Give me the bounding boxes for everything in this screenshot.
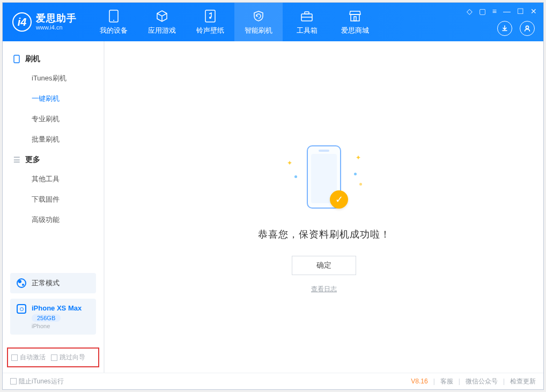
- statusbar: 阻止iTunes运行 V8.16 | 客服 | 微信公众号 | 检查更新: [3, 373, 543, 389]
- device-icon: [107, 9, 121, 23]
- device-info-row[interactable]: iPhone XS Max 256GB iPhone: [10, 299, 96, 335]
- nav-flash[interactable]: 智能刷机: [234, 3, 283, 41]
- svg-rect-2: [205, 10, 215, 22]
- svg-rect-10: [14, 55, 19, 63]
- nav-store[interactable]: 爱思商城: [331, 3, 379, 41]
- view-log-link[interactable]: 查看日志: [311, 285, 337, 294]
- sidebar-other-tools[interactable]: 其他工具: [12, 169, 99, 189]
- check-badge-icon: ✓: [330, 190, 348, 209]
- device-panel: 正常模式 iPhone XS Max 256GB iPhone: [10, 273, 96, 340]
- titlebar-actions: [497, 21, 535, 36]
- download-button[interactable]: [497, 21, 512, 36]
- sparkle-icon: ✦: [356, 154, 361, 161]
- app-name: 爱思助手: [36, 13, 77, 24]
- checkbox-icon: [11, 354, 18, 361]
- svg-rect-8: [354, 17, 356, 21]
- close-button[interactable]: ✕: [530, 7, 537, 16]
- svg-point-1: [113, 20, 114, 21]
- sidebar-group-flash: 刷机: [12, 54, 99, 64]
- shop-icon: [348, 9, 362, 23]
- dot-icon: [359, 183, 362, 186]
- body: 刷机 iTunes刷机 一键刷机 专业刷机 批量刷机 ☰ 更多 其他工具 下载固…: [3, 41, 543, 373]
- list-icon: ☰: [12, 156, 21, 164]
- music-file-icon: [203, 9, 217, 23]
- refresh-shield-icon: [252, 9, 265, 23]
- cube-icon: [155, 9, 169, 23]
- device-mode: 正常模式: [32, 278, 60, 288]
- app-site: www.i4.cn: [36, 24, 77, 31]
- dot-icon: [294, 175, 297, 178]
- checkbox-block-itunes[interactable]: 阻止iTunes运行: [10, 377, 64, 386]
- mode-icon: [17, 278, 26, 288]
- nav-apps[interactable]: 应用游戏: [138, 3, 186, 41]
- phone-icon: [12, 55, 21, 63]
- support-link[interactable]: 客服: [440, 377, 453, 386]
- sidebar-download-firmware[interactable]: 下载固件: [12, 189, 99, 210]
- window-controls: ◇ ▢ ≡ — ☐ ✕: [467, 7, 537, 16]
- logo[interactable]: i4 爱思助手 www.i4.cn: [12, 12, 77, 32]
- sidebar-group-more: ☰ 更多: [12, 155, 99, 165]
- lock-icon[interactable]: ▢: [479, 7, 486, 16]
- checkbox-auto-activate[interactable]: 自动激活: [11, 353, 46, 362]
- check-update-link[interactable]: 检查更新: [510, 377, 536, 386]
- svg-point-3: [209, 17, 211, 19]
- sidebar-itunes-flash[interactable]: iTunes刷机: [12, 68, 99, 88]
- success-message: 恭喜您，保资料刷机成功啦！: [258, 228, 390, 241]
- device-small-icon: [17, 304, 26, 314]
- main-nav: 我的设备 应用游戏 铃声壁纸 智能刷机 工具箱 爱思商城: [90, 3, 379, 41]
- sidebar-one-click-flash[interactable]: 一键刷机: [12, 88, 99, 109]
- device-name: iPhone XS Max: [32, 304, 82, 312]
- checkbox-skip-wizard[interactable]: 跳过向导: [51, 353, 85, 362]
- wechat-link[interactable]: 微信公众号: [466, 377, 498, 386]
- nav-ringtones[interactable]: 铃声壁纸: [186, 3, 234, 41]
- titlebar: i4 爱思助手 www.i4.cn 我的设备 应用游戏 铃声壁纸 智能刷机: [3, 3, 543, 41]
- shirt-icon[interactable]: ◇: [467, 7, 473, 16]
- user-button[interactable]: [520, 21, 535, 36]
- device-type: iPhone: [32, 323, 82, 329]
- logo-icon: i4: [12, 12, 32, 32]
- version-label: V8.16: [411, 378, 427, 385]
- minimize-button[interactable]: —: [503, 7, 511, 16]
- maximize-button[interactable]: ☐: [517, 7, 524, 16]
- checkbox-icon: [51, 354, 57, 361]
- checkbox-icon: [10, 378, 17, 384]
- sidebar-pro-flash[interactable]: 专业刷机: [12, 109, 99, 129]
- svg-point-9: [526, 26, 528, 28]
- device-mode-row[interactable]: 正常模式: [10, 273, 96, 293]
- nav-toolbox[interactable]: 工具箱: [283, 3, 331, 41]
- sparkle-icon: ✦: [287, 159, 292, 167]
- main-content: ✦ ✦ ✓ 恭喜您，保资料刷机成功啦！ 确定 查看日志: [105, 41, 543, 373]
- sidebar: 刷机 iTunes刷机 一键刷机 专业刷机 批量刷机 ☰ 更多 其他工具 下载固…: [3, 41, 105, 373]
- menu-icon[interactable]: ≡: [492, 7, 497, 16]
- sidebar-batch-flash[interactable]: 批量刷机: [12, 129, 99, 150]
- toolbox-icon: [300, 9, 314, 23]
- dot-icon: [354, 173, 357, 175]
- success-illustration: ✦ ✦ ✓: [302, 143, 346, 213]
- nav-my-device[interactable]: 我的设备: [90, 3, 138, 41]
- svg-rect-7: [351, 14, 359, 21]
- device-storage: 256GB: [32, 314, 61, 322]
- options-highlighted: 自动激活 跳过向导: [7, 347, 99, 367]
- sidebar-advanced[interactable]: 高级功能: [12, 210, 99, 230]
- ok-button[interactable]: 确定: [292, 256, 356, 275]
- svg-rect-5: [305, 12, 309, 14]
- app-window: i4 爱思助手 www.i4.cn 我的设备 应用游戏 铃声壁纸 智能刷机: [2, 2, 544, 390]
